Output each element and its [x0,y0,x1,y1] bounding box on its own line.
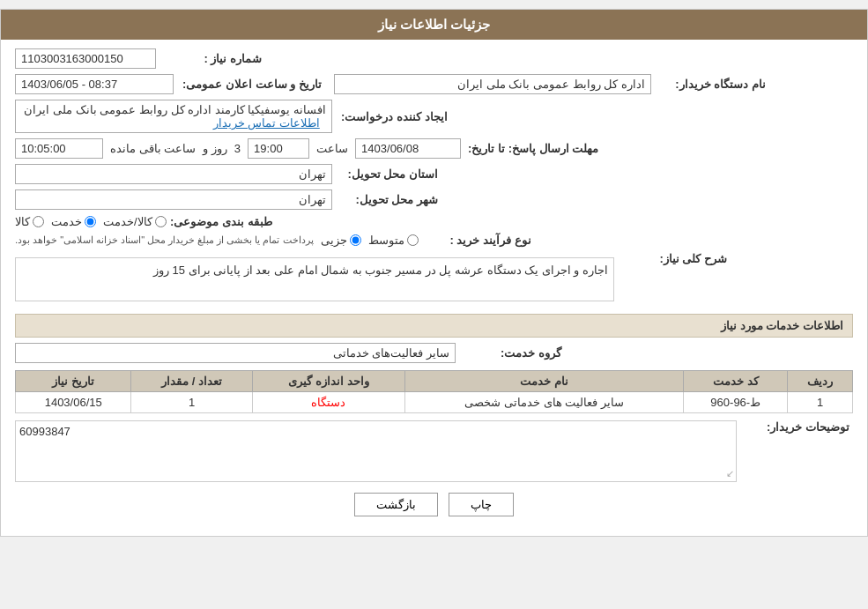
need-desc-value: اجاره و اجرای یک دستگاه عرشه پل در مسیر … [15,257,614,301]
category-service-radio[interactable] [85,216,96,227]
category-row: طبقه بندی موضوعی: کالا/خدمت خدمت کالا [15,215,853,228]
col-name-header: نام خدمت [405,371,684,392]
category-label: طبقه بندی موضوعی: [167,215,272,228]
back-button[interactable]: بازگشت [354,493,438,516]
category-goods-service-label: کالا/خدمت [103,215,152,228]
services-table: ردیف کد خدمت نام خدمت واحد اندازه گیری ت… [15,370,853,413]
days-label: روز و [203,142,227,155]
creator-label: ایجاد کننده درخواست: [341,110,448,123]
province-row: استان محل تحویل: تهران [15,164,853,184]
purchase-medium-radio[interactable] [407,234,419,246]
deadline-time: 19:00 [248,138,309,159]
city-row: شهر محل تحویل: تهران [15,189,853,210]
need-desc-label: شرح کلی نیاز: [621,252,727,265]
buyer-org-value: اداره کل روابط عمومی بانک ملی ایران [334,74,651,94]
purchase-medium-label: متوسط [368,234,404,247]
province-value: تهران [15,164,332,184]
service-group-row: گروه خدمت: سایر فعالیت‌های خدماتی [15,343,853,363]
category-goods-label: کالا [15,215,30,228]
purchase-partial-item: جزیی [321,234,361,247]
cell-date: 1403/06/15 [16,392,131,413]
category-goods-radio[interactable] [33,216,44,227]
page-wrapper: جزئیات اطلاعات نیاز شماره نیاز : 1103003… [0,9,868,537]
col-unit-header: واحد اندازه گیری [252,371,404,392]
purchase-partial-radio[interactable] [350,234,361,246]
need-number-row: شماره نیاز : 1103003163000150 [15,48,853,69]
creator-row: ایجاد کننده درخواست: افسانه یوسفیکیا کار… [15,100,853,133]
buyer-org-label: نام دستگاه خریدار: [660,78,766,91]
deadline-label: مهلت ارسال پاسخ: تا تاریخ: [468,142,598,155]
buyer-notes-box: 60993847 ↙ [15,420,737,482]
services-table-section: ردیف کد خدمت نام خدمت واحد اندازه گیری ت… [15,370,853,413]
remaining-value: 10:05:00 [15,138,103,159]
deadline-date: 1403/06/08 [355,138,461,159]
org-announce-row: نام دستگاه خریدار: اداره کل روابط عمومی … [15,74,853,94]
category-service-label: خدمت [51,215,82,228]
content-area: شماره نیاز : 1103003163000150 نام دستگاه… [1,40,867,536]
time-label: ساعت [316,142,348,155]
buyer-notes-value: 60993847 [19,425,732,438]
purchase-partial-label: جزیی [321,234,347,247]
cell-name: سایر فعالیت های خدماتی شخصی [405,392,684,413]
col-qty-header: تعداد / مقدار [131,371,252,392]
buyer-notes-row: توضیحات خریدار: 60993847 ↙ [15,420,853,482]
deadline-row: مهلت ارسال پاسخ: تا تاریخ: 1403/06/08 سا… [15,138,853,159]
category-goods-item: کالا [15,215,44,228]
services-title: اطلاعات خدمات مورد نیاز [15,314,853,338]
page-header: جزئیات اطلاعات نیاز [1,10,867,40]
resize-handle: ↙ [726,468,734,479]
col-code-header: کد خدمت [684,371,788,392]
col-date-header: تاریخ نیاز [16,371,131,392]
service-group-value: سایر فعالیت‌های خدماتی [15,343,456,363]
purchase-medium-item: متوسط [368,234,419,247]
need-number-value: 1103003163000150 [15,48,156,69]
contact-link[interactable]: اطلاعات تماس خریدار [213,116,320,130]
province-label: استان محل تحویل: [332,167,438,181]
remaining-label: ساعت باقی مانده [110,142,196,155]
buyer-notes-label: توضیحات خریدار: [744,420,849,434]
purchase-type-radio-group: متوسط جزیی [321,234,419,247]
category-service-item: خدمت [51,215,96,228]
purchase-note: پرداخت تمام یا بخشی از مبلغ خریدار محل "… [15,234,314,246]
category-goods-service-radio[interactable] [155,216,167,227]
button-group: چاپ بازگشت [15,493,853,516]
city-label: شهر محل تحویل: [332,193,438,206]
cell-row: 1 [788,392,853,413]
announce-value: 1403/06/05 - 08:37 [15,74,174,94]
col-row-header: ردیف [788,371,853,392]
cell-qty: 1 [131,392,252,413]
need-desc-row: شرح کلی نیاز: اجاره و اجرای یک دستگاه عر… [15,252,853,307]
print-button[interactable]: چاپ [449,493,514,516]
need-number-label: شماره نیاز : [156,52,262,65]
service-group-label: گروه خدمت: [456,346,561,360]
cell-unit: دستگاه [252,392,404,413]
table-row: 1 ط-96-960 سایر فعالیت های خدماتی شخصی د… [16,392,853,413]
page-title: جزئیات اطلاعات نیاز [378,17,490,32]
purchase-type-label: نوع فرآیند خرید : [426,234,531,247]
announce-label: تاریخ و ساعت اعلان عمومی: [182,78,322,91]
days-value: 3 [234,142,241,155]
purchase-type-row: نوع فرآیند خرید : متوسط جزیی پرداخت تمام… [15,234,853,247]
category-goods-service-item: کالا/خدمت [103,215,167,228]
category-radio-group: کالا/خدمت خدمت کالا [15,215,167,228]
cell-code: ط-96-960 [684,392,788,413]
creator-value: افسانه یوسفیکیا کارمند اداره کل روابط عم… [15,100,332,133]
city-value: تهران [15,189,332,210]
